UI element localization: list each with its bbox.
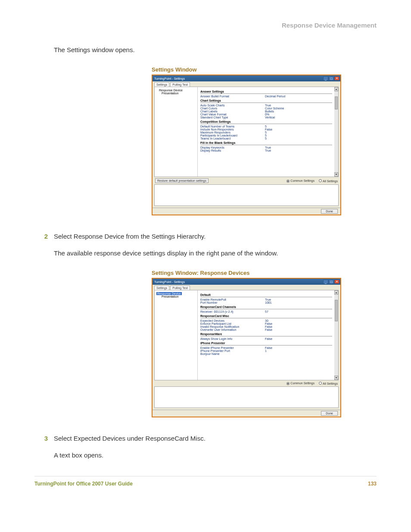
- window-title: TurningPoint - Settings: [154, 77, 185, 80]
- setting-row[interactable]: Overwrite User InformationFalse: [200, 328, 336, 331]
- radio-label: All Settings: [323, 180, 338, 183]
- setting-row[interactable]: Port Number1001: [200, 301, 336, 304]
- description-area: [154, 386, 339, 408]
- scroll-thumb[interactable]: [335, 300, 338, 321]
- radio-all-settings[interactable]: All Settings: [319, 382, 338, 385]
- tab-polling-test[interactable]: Polling Test: [170, 286, 190, 290]
- setting-key: Participants In Leaderboard: [200, 134, 265, 137]
- scrollbar[interactable]: ▲ ▼: [334, 290, 338, 380]
- scroll-down-icon[interactable]: ▼: [334, 172, 338, 177]
- setting-row[interactable]: Teams In Leaderboard5: [200, 137, 336, 140]
- radio-icon: [319, 179, 322, 182]
- radio-common-settings[interactable]: Common Settings: [286, 382, 314, 385]
- figure-caption-1: Settings Window: [152, 66, 377, 73]
- setting-row[interactable]: Enable RemotePollTrue: [200, 298, 336, 301]
- setting-row[interactable]: Bonjour Name: [200, 352, 336, 355]
- radio-label: All Settings: [323, 382, 338, 385]
- setting-key: Overwrite User Information: [200, 328, 265, 331]
- done-button[interactable]: Done: [321, 411, 338, 416]
- scroll-up-icon[interactable]: ▲: [334, 290, 338, 295]
- setting-key: Enable iPhone Presenter: [200, 346, 265, 349]
- setting-key: Include Non-Responders: [200, 128, 265, 131]
- step-number: 3: [34, 435, 54, 442]
- scroll-up-icon[interactable]: ▲: [334, 87, 338, 91]
- window-body: Response Device Presentation Default Ena…: [154, 290, 339, 380]
- setting-value: True: [265, 104, 271, 107]
- setting-row[interactable]: Chart ColorsColor Scheme: [200, 107, 336, 110]
- setting-row[interactable]: Standard Chart TypeVertical: [200, 116, 336, 119]
- setting-row[interactable]: Expected Devices30: [200, 319, 336, 322]
- close-icon[interactable]: ✕: [334, 280, 339, 284]
- page-footer: TurningPoint for Office 2007 User Guide …: [34, 476, 377, 487]
- setting-key: Default Number of Teams: [200, 125, 265, 128]
- section-iphone-presenter: iPhone Presenter: [200, 342, 332, 345]
- setting-row[interactable]: Participants In Leaderboard5: [200, 134, 336, 137]
- setting-row[interactable]: Answer Bullet FormatDecimal Period: [200, 95, 336, 98]
- setting-value: True: [265, 298, 271, 301]
- minimize-icon[interactable]: _: [323, 280, 328, 284]
- tree-item-response-device[interactable]: Response Device: [156, 292, 182, 295]
- setting-row[interactable]: Receiver: 001119 (v 2.4)57: [200, 310, 336, 313]
- radio-icon: [286, 382, 290, 385]
- setting-value: Vertical: [265, 116, 275, 119]
- setting-row[interactable]: Include Non-RespondersFalse: [200, 128, 336, 131]
- setting-key: Display Keywords: [200, 146, 265, 149]
- restore-defaults-button[interactable]: Restore default presentation settings: [155, 178, 209, 183]
- setting-key: Chart Value Format: [200, 113, 265, 116]
- minimize-icon[interactable]: _: [323, 76, 328, 81]
- section-default: Default: [200, 293, 332, 297]
- setting-key: Maximum Responders: [200, 131, 265, 134]
- setting-row[interactable]: Display ResultsTrue: [200, 149, 336, 152]
- tree-item-presentation[interactable]: Presentation: [156, 92, 196, 95]
- setting-key: Port Number: [200, 301, 265, 304]
- scroll-thumb[interactable]: [335, 96, 338, 109]
- setting-row[interactable]: Enforce Participant ListFalse: [200, 322, 336, 325]
- tabs-row: Settings Polling Test: [153, 285, 340, 290]
- radio-icon: [286, 180, 290, 183]
- tree-pane: Response Device Presentation: [155, 290, 198, 380]
- radio-common-settings[interactable]: Common Settings: [286, 179, 314, 183]
- setting-key: Chart Colors: [200, 107, 265, 110]
- setting-row[interactable]: Enable iPhone PresenterFalse: [200, 346, 336, 349]
- setting-row[interactable]: Default Number of Teams5: [200, 125, 336, 128]
- maximize-icon[interactable]: □: [329, 76, 334, 81]
- tree-item-presentation[interactable]: Presentation: [156, 295, 196, 298]
- setting-value: False: [265, 128, 272, 131]
- window-controls: _ □ ✕: [323, 280, 339, 284]
- setting-value: Color Scheme: [265, 107, 284, 110]
- tab-polling-test[interactable]: Polling Test: [170, 82, 190, 87]
- maximize-icon[interactable]: □: [329, 280, 334, 284]
- setting-value: 1: [265, 349, 267, 352]
- setting-value: True: [265, 146, 271, 149]
- setting-row[interactable]: Chart LabelsBullets: [200, 110, 336, 113]
- radio-all-settings[interactable]: All Settings: [319, 179, 338, 183]
- setting-row[interactable]: iPhone Presenter Port1: [200, 349, 336, 352]
- close-icon[interactable]: ✕: [334, 76, 339, 81]
- setting-row[interactable]: Invalid Response NotificationFalse: [200, 325, 336, 328]
- settings-window-screenshot-2: TurningPoint - Settings _ □ ✕ Settings P…: [152, 278, 341, 417]
- tab-settings[interactable]: Settings: [154, 82, 169, 87]
- tree-item-response-device[interactable]: Response Device: [156, 89, 196, 92]
- setting-value: False: [265, 337, 272, 340]
- scrollbar[interactable]: ▲ ▼: [334, 87, 338, 177]
- setting-value: Bullets: [265, 110, 274, 113]
- step-2: 2 Select Response Device from the Settin…: [34, 233, 377, 240]
- setting-row[interactable]: Chart Value Format0%: [200, 113, 336, 116]
- setting-value: 1001: [265, 301, 272, 304]
- window-body: Response Device Presentation Answer Sett…: [154, 87, 339, 177]
- setting-row[interactable]: Display KeywordsTrue: [200, 146, 336, 149]
- tab-settings[interactable]: Settings: [154, 286, 169, 290]
- setting-row[interactable]: Maximum Responders5: [200, 131, 336, 134]
- done-button[interactable]: Done: [321, 209, 338, 214]
- setting-value: 0%: [265, 113, 269, 116]
- done-row: Done: [153, 410, 340, 417]
- setting-key: Chart Labels: [200, 110, 265, 113]
- setting-row[interactable]: Auto Scale ChartsTrue: [200, 104, 336, 107]
- footer-guide-title: TurningPoint for Office 2007 User Guide: [34, 481, 133, 487]
- setting-value: False: [265, 322, 272, 325]
- setting-value: 30: [265, 319, 268, 322]
- step-3-subtext: A text box opens.: [54, 451, 377, 459]
- setting-row[interactable]: Always Show Login InfoFalse: [200, 337, 336, 340]
- scroll-down-icon[interactable]: ▼: [334, 376, 338, 380]
- section-fill-blank-settings: Fill in the Blank Settings: [200, 141, 332, 145]
